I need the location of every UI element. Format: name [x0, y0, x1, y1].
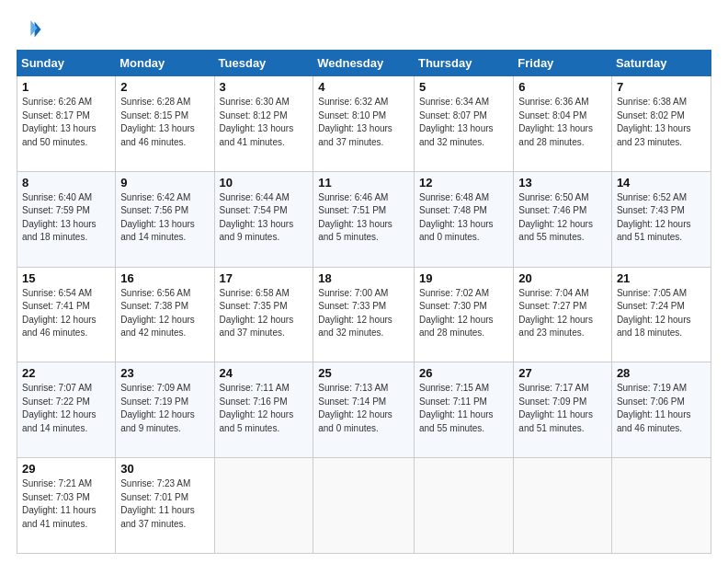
day-info: Sunrise: 7:09 AMSunset: 7:19 PMDaylight:… — [120, 382, 209, 435]
day-number: 26 — [419, 366, 508, 380]
weekday-header-tuesday: Tuesday — [214, 51, 313, 76]
day-info: Sunrise: 6:56 AMSunset: 7:38 PMDaylight:… — [120, 287, 209, 340]
day-info: Sunrise: 6:34 AMSunset: 8:07 PMDaylight:… — [419, 96, 508, 149]
calendar-week-row: 22Sunrise: 7:07 AMSunset: 7:22 PMDayligh… — [17, 362, 711, 458]
day-info: Sunrise: 6:48 AMSunset: 7:48 PMDaylight:… — [419, 191, 508, 245]
calendar-cell: 12Sunrise: 6:48 AMSunset: 7:48 PMDayligh… — [414, 171, 513, 267]
day-info: Sunrise: 6:58 AMSunset: 7:35 PMDaylight:… — [220, 287, 309, 340]
day-info: Sunrise: 6:32 AMSunset: 8:10 PMDaylight:… — [318, 96, 409, 149]
day-info: Sunrise: 6:36 AMSunset: 8:04 PMDaylight:… — [518, 96, 607, 149]
day-info: Sunrise: 7:04 AMSunset: 7:27 PMDaylight:… — [518, 287, 607, 340]
day-info: Sunrise: 7:13 AMSunset: 7:14 PMDaylight:… — [318, 382, 409, 435]
calendar-cell: 19Sunrise: 7:02 AMSunset: 7:30 PMDayligh… — [414, 267, 513, 362]
day-info: Sunrise: 6:54 AMSunset: 7:41 PMDaylight:… — [22, 287, 110, 340]
day-info: Sunrise: 6:52 AMSunset: 7:43 PMDaylight:… — [617, 191, 706, 245]
calendar-cell: 30Sunrise: 7:23 AMSunset: 7:01 PMDayligh… — [116, 458, 214, 554]
calendar-week-row: 29Sunrise: 7:21 AMSunset: 7:03 PMDayligh… — [17, 458, 711, 554]
day-number: 4 — [318, 80, 409, 94]
day-info: Sunrise: 7:02 AMSunset: 7:30 PMDaylight:… — [419, 287, 508, 340]
day-number: 17 — [220, 271, 309, 285]
calendar-cell: 9Sunrise: 6:42 AMSunset: 7:56 PMDaylight… — [116, 171, 214, 267]
calendar-cell: 4Sunrise: 6:32 AMSunset: 8:10 PMDaylight… — [313, 76, 415, 172]
day-info: Sunrise: 6:38 AMSunset: 8:02 PMDaylight:… — [617, 96, 706, 149]
day-number: 13 — [518, 176, 607, 190]
day-info: Sunrise: 6:50 AMSunset: 7:46 PMDaylight:… — [518, 191, 607, 245]
calendar-week-row: 1Sunrise: 6:26 AMSunset: 8:17 PMDaylight… — [17, 76, 711, 172]
day-number: 15 — [22, 271, 110, 285]
day-number: 29 — [22, 462, 110, 476]
day-info: Sunrise: 7:07 AMSunset: 7:22 PMDaylight:… — [22, 382, 110, 435]
calendar-cell: 15Sunrise: 6:54 AMSunset: 7:41 PMDayligh… — [17, 267, 116, 362]
calendar-cell: 3Sunrise: 6:30 AMSunset: 8:12 PMDaylight… — [214, 76, 313, 172]
day-number: 23 — [120, 366, 209, 380]
calendar-cell: 27Sunrise: 7:17 AMSunset: 7:09 PMDayligh… — [514, 362, 612, 458]
calendar-cell — [414, 458, 513, 554]
logo — [17, 17, 46, 42]
day-number: 6 — [518, 80, 607, 94]
day-info: Sunrise: 7:21 AMSunset: 7:03 PMDaylight:… — [22, 477, 110, 531]
header — [17, 17, 711, 42]
day-number: 5 — [419, 80, 508, 94]
calendar-cell — [214, 458, 313, 554]
day-number: 30 — [120, 462, 209, 476]
calendar-cell: 22Sunrise: 7:07 AMSunset: 7:22 PMDayligh… — [17, 362, 116, 458]
day-number: 27 — [518, 366, 607, 380]
day-number: 9 — [120, 176, 209, 190]
day-number: 11 — [318, 176, 409, 190]
calendar-cell — [514, 458, 612, 554]
day-info: Sunrise: 6:42 AMSunset: 7:56 PMDaylight:… — [120, 191, 209, 245]
calendar-cell: 1Sunrise: 6:26 AMSunset: 8:17 PMDaylight… — [17, 76, 116, 172]
calendar-cell: 17Sunrise: 6:58 AMSunset: 7:35 PMDayligh… — [214, 267, 313, 362]
day-number: 20 — [518, 271, 607, 285]
calendar-cell: 2Sunrise: 6:28 AMSunset: 8:15 PMDaylight… — [116, 76, 214, 172]
day-info: Sunrise: 7:00 AMSunset: 7:33 PMDaylight:… — [318, 287, 409, 340]
calendar-header-row: SundayMondayTuesdayWednesdayThursdayFrid… — [17, 51, 711, 76]
day-info: Sunrise: 7:05 AMSunset: 7:24 PMDaylight:… — [617, 287, 706, 340]
weekday-header-friday: Friday — [514, 51, 612, 76]
weekday-header-saturday: Saturday — [611, 51, 711, 76]
day-number: 7 — [617, 80, 706, 94]
day-info: Sunrise: 7:11 AMSunset: 7:16 PMDaylight:… — [220, 382, 309, 435]
day-number: 14 — [617, 176, 706, 190]
calendar-cell: 14Sunrise: 6:52 AMSunset: 7:43 PMDayligh… — [611, 171, 711, 267]
day-number: 25 — [318, 366, 409, 380]
calendar-week-row: 8Sunrise: 6:40 AMSunset: 7:59 PMDaylight… — [17, 171, 711, 267]
calendar-cell: 29Sunrise: 7:21 AMSunset: 7:03 PMDayligh… — [17, 458, 116, 554]
day-number: 2 — [120, 80, 209, 94]
calendar-week-row: 15Sunrise: 6:54 AMSunset: 7:41 PMDayligh… — [17, 267, 711, 362]
calendar-cell: 10Sunrise: 6:44 AMSunset: 7:54 PMDayligh… — [214, 171, 313, 267]
day-number: 21 — [617, 271, 706, 285]
calendar-cell: 16Sunrise: 6:56 AMSunset: 7:38 PMDayligh… — [116, 267, 214, 362]
day-info: Sunrise: 6:46 AMSunset: 7:51 PMDaylight:… — [318, 191, 409, 245]
day-info: Sunrise: 7:23 AMSunset: 7:01 PMDaylight:… — [120, 477, 209, 531]
day-info: Sunrise: 6:26 AMSunset: 8:17 PMDaylight:… — [22, 96, 110, 149]
calendar-cell — [611, 458, 711, 554]
weekday-header-sunday: Sunday — [17, 51, 116, 76]
day-info: Sunrise: 7:17 AMSunset: 7:09 PMDaylight:… — [518, 382, 607, 435]
day-number: 8 — [22, 176, 110, 190]
day-info: Sunrise: 6:30 AMSunset: 8:12 PMDaylight:… — [220, 96, 309, 149]
day-info: Sunrise: 6:28 AMSunset: 8:15 PMDaylight:… — [120, 96, 209, 149]
day-info: Sunrise: 6:44 AMSunset: 7:54 PMDaylight:… — [220, 191, 309, 245]
day-number: 1 — [22, 80, 110, 94]
weekday-header-wednesday: Wednesday — [313, 51, 415, 76]
page: SundayMondayTuesdayWednesdayThursdayFrid… — [0, 0, 728, 563]
day-info: Sunrise: 7:15 AMSunset: 7:11 PMDaylight:… — [419, 382, 508, 435]
day-number: 28 — [617, 366, 706, 380]
calendar-cell: 8Sunrise: 6:40 AMSunset: 7:59 PMDaylight… — [17, 171, 116, 267]
calendar-cell: 18Sunrise: 7:00 AMSunset: 7:33 PMDayligh… — [313, 267, 415, 362]
day-number: 19 — [419, 271, 508, 285]
calendar-cell: 23Sunrise: 7:09 AMSunset: 7:19 PMDayligh… — [116, 362, 214, 458]
day-number: 3 — [220, 80, 309, 94]
day-number: 24 — [220, 366, 309, 380]
logo-icon — [17, 17, 42, 42]
calendar-cell: 20Sunrise: 7:04 AMSunset: 7:27 PMDayligh… — [514, 267, 612, 362]
calendar-cell: 28Sunrise: 7:19 AMSunset: 7:06 PMDayligh… — [611, 362, 711, 458]
day-number: 18 — [318, 271, 409, 285]
day-number: 12 — [419, 176, 508, 190]
weekday-header-monday: Monday — [116, 51, 214, 76]
calendar-cell: 11Sunrise: 6:46 AMSunset: 7:51 PMDayligh… — [313, 171, 415, 267]
calendar-cell: 26Sunrise: 7:15 AMSunset: 7:11 PMDayligh… — [414, 362, 513, 458]
day-info: Sunrise: 6:40 AMSunset: 7:59 PMDaylight:… — [22, 191, 110, 245]
calendar-cell: 5Sunrise: 6:34 AMSunset: 8:07 PMDaylight… — [414, 76, 513, 172]
